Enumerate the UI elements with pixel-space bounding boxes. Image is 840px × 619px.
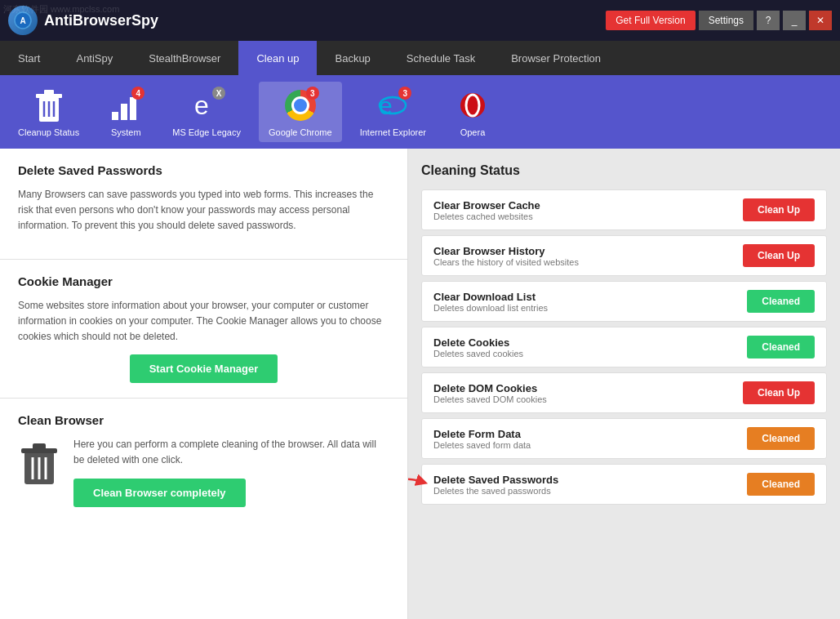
ie-label: Internet Explorer: [360, 127, 426, 137]
cookie-section: Cookie Manager Some websites store infor…: [0, 260, 407, 399]
status-history-name: Clear Browser History: [433, 245, 743, 257]
status-dom-cookies-desc: Deletes saved DOM cookies: [433, 394, 743, 404]
status-downloads-info: Clear Download List Deletes download lis…: [433, 291, 747, 313]
status-cache-name: Clear Browser Cache: [433, 199, 743, 212]
clean-browser-button[interactable]: Clean Browser completely: [73, 479, 246, 507]
edge-badge: X: [212, 87, 225, 100]
status-dom-cookies: Delete DOM Cookies Deletes saved DOM coo…: [421, 372, 827, 413]
saved-passwords-cleaned-button[interactable]: Cleaned: [747, 473, 815, 496]
browser-opera[interactable]: Opera: [444, 82, 501, 142]
cleanup-status-label: Cleanup Status: [18, 127, 79, 137]
svg-rect-4: [44, 90, 54, 95]
nav-backup[interactable]: Backup: [317, 41, 388, 75]
close-button[interactable]: ✕: [809, 11, 832, 30]
status-cookies-name: Delete Cookies: [433, 336, 747, 349]
cleanup-status-icon-wrap: [30, 87, 68, 124]
status-cache-info: Clear Browser Cache Deletes cached websi…: [433, 199, 743, 221]
nav-cleanup[interactable]: Clean up: [238, 41, 317, 75]
trash-icon: [33, 87, 65, 123]
minimize-button[interactable]: _: [783, 11, 806, 30]
cleaning-status-title: Cleaning Status: [421, 163, 827, 178]
svg-rect-18: [33, 443, 46, 450]
browser-ie[interactable]: e 3 Internet Explorer: [350, 82, 436, 142]
title-bar: A AntiBrowserSpy 河东软件园 www.mpclss.com Ge…: [0, 0, 840, 41]
status-cookies-desc: Deletes saved cookies: [433, 349, 747, 358]
opera-icon: [457, 90, 488, 121]
nav-browser-protection[interactable]: Browser Protection: [493, 41, 619, 75]
nav-schedule[interactable]: Schedule Task: [389, 41, 493, 75]
opera-label: Opera: [460, 127, 486, 137]
cookie-text: Some websites store information about yo…: [18, 298, 389, 345]
arrow-indicator: [408, 470, 430, 497]
cookie-title: Cookie Manager: [18, 274, 389, 288]
downloads-cleaned-button[interactable]: Cleaned: [747, 290, 815, 313]
svg-rect-9: [121, 104, 127, 120]
app-title: AntiBrowserSpy: [44, 12, 158, 29]
status-form-data-desc: Deletes saved form data: [433, 440, 747, 450]
system-label: System: [111, 127, 141, 137]
edge-label: MS Edge Legacy: [172, 127, 241, 137]
passwords-title: Delete Saved Passwords: [18, 163, 389, 177]
logo-icon: A: [8, 6, 38, 35]
clean-browser-trash-icon: [18, 440, 60, 495]
form-data-cleaned-button[interactable]: Cleaned: [747, 427, 815, 450]
browser-chrome[interactable]: 3 Google Chrome: [259, 82, 342, 142]
system-badge: 4: [131, 87, 144, 100]
status-cache: Clear Browser Cache Deletes cached websi…: [421, 189, 827, 230]
browser-cleanup-status[interactable]: Cleanup Status: [8, 82, 89, 142]
chrome-icon-wrap: 3: [282, 87, 319, 124]
cache-cleanup-button[interactable]: Clean Up: [743, 198, 815, 221]
edge-icon-wrap: e X: [188, 87, 225, 124]
status-dom-cookies-info: Delete DOM Cookies Deletes saved DOM coo…: [433, 382, 743, 404]
svg-text:e: e: [194, 91, 209, 120]
status-history: Clear Browser History Clears the history…: [421, 235, 827, 276]
ie-icon-wrap: e 3: [374, 87, 411, 124]
svg-point-14: [460, 93, 485, 118]
svg-rect-8: [112, 112, 118, 120]
status-history-info: Clear Browser History Clears the history…: [433, 245, 743, 267]
status-downloads-name: Clear Download List: [433, 291, 747, 303]
clean-browser-inner: Here you can perform a complete cleaning…: [18, 437, 389, 506]
full-version-button[interactable]: Get Full Version: [606, 11, 695, 30]
main-content: Delete Saved Passwords Many Browsers can…: [0, 149, 840, 619]
browser-system[interactable]: 4 System: [97, 82, 154, 142]
status-form-data: Delete Form Data Deletes saved form data…: [421, 418, 827, 459]
history-cleanup-button[interactable]: Clean Up: [743, 244, 815, 267]
status-dom-cookies-name: Delete DOM Cookies: [433, 382, 743, 394]
clean-browser-title: Clean Browser: [18, 413, 389, 427]
clean-browser-text-area: Here you can perform a complete cleaning…: [73, 437, 389, 506]
status-cache-desc: Deletes cached websites: [433, 212, 743, 221]
status-form-data-name: Delete Form Data: [433, 428, 747, 440]
status-saved-passwords-desc: Deletes the saved passwords: [433, 486, 747, 496]
status-saved-passwords-info: Delete Saved Passwords Deletes the saved…: [433, 474, 747, 496]
nav-stealth[interactable]: StealthBrowser: [131, 41, 238, 75]
status-saved-passwords-name: Delete Saved Passwords: [433, 474, 747, 486]
browsers-bar: Cleanup Status 4 System e X MS Edge Lega…: [0, 75, 840, 149]
chrome-label: Google Chrome: [269, 127, 332, 137]
app-logo: A AntiBrowserSpy: [8, 6, 158, 35]
status-history-desc: Clears the history of visited websites: [433, 257, 743, 267]
dom-cookies-cleanup-button[interactable]: Clean Up: [743, 381, 815, 404]
window-controls: Get Full Version Settings ? _ ✕: [606, 11, 832, 30]
clean-browser-desc: Here you can perform a complete cleaning…: [73, 437, 389, 468]
nav-bar: Start AntiSpy StealthBrowser Clean up Ba…: [0, 41, 840, 75]
start-cookie-manager-button[interactable]: Start Cookie Manager: [130, 354, 278, 383]
status-downloads: Clear Download List Deletes download lis…: [421, 281, 827, 322]
cookies-cleaned-button[interactable]: Cleaned: [747, 336, 815, 358]
svg-rect-10: [130, 97, 136, 120]
help-button[interactable]: ?: [757, 11, 780, 30]
passwords-section: Delete Saved Passwords Many Browsers can…: [0, 149, 407, 260]
status-downloads-desc: Deletes download list entries: [433, 303, 747, 313]
nav-start[interactable]: Start: [0, 41, 58, 75]
svg-text:A: A: [20, 16, 25, 25]
status-cookies-info: Delete Cookies Deletes saved cookies: [433, 336, 747, 358]
left-panel: Delete Saved Passwords Many Browsers can…: [0, 149, 408, 619]
status-cookies: Delete Cookies Deletes saved cookies Cle…: [421, 327, 827, 367]
clean-browser-section: Clean Browser Here you can perform a com…: [0, 399, 407, 521]
chrome-badge: 3: [306, 87, 319, 100]
system-icon-wrap: 4: [107, 87, 144, 124]
opera-icon-wrap: [454, 87, 491, 124]
nav-antispy[interactable]: AntiSpy: [58, 41, 131, 75]
browser-edge-legacy[interactable]: e X MS Edge Legacy: [162, 82, 251, 142]
settings-button[interactable]: Settings: [699, 11, 753, 30]
